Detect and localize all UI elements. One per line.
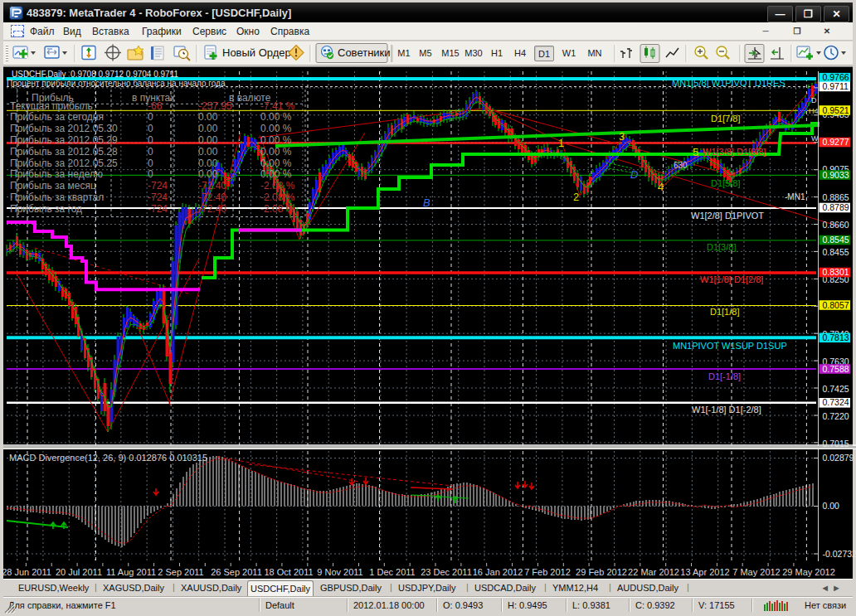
svg-text:13 Apr 2012: 13 Apr 2012 (680, 567, 729, 577)
svg-text:Прибыль за 2012.05.29: Прибыль за 2012.05.29 (10, 134, 118, 146)
svg-text:0.00 %: 0.00 % (260, 134, 292, 146)
svg-text:0: 0 (148, 123, 153, 134)
svg-text:D1[-1/8]: D1[-1/8] (708, 371, 741, 381)
svg-text:0.7588: 0.7588 (823, 364, 849, 374)
svg-text:-72.40: -72.40 (198, 192, 226, 203)
svg-text:0.7425: 0.7425 (823, 384, 849, 394)
svg-text:Процент прибыли относительно б: Процент прибыли относительно баланса на … (7, 79, 226, 88)
svg-text:29 Feb 2012: 29 Feb 2012 (576, 567, 627, 577)
svg-text:0.00 %: 0.00 % (260, 168, 292, 180)
svg-text:B: B (423, 196, 430, 209)
svg-text:D1[3/8]: D1[3/8] (707, 242, 736, 252)
svg-text:D1[5/8]: D1[5/8] (711, 178, 740, 188)
svg-text:Прибыль за месяц: Прибыль за месяц (10, 180, 96, 192)
svg-text:20 Jul 2011: 20 Jul 2011 (56, 567, 102, 577)
svg-text:0: 0 (148, 111, 153, 123)
svg-text:0: 0 (148, 158, 153, 169)
svg-text:-2.08 %: -2.08 % (260, 180, 295, 192)
svg-text:630: 630 (674, 161, 688, 170)
svg-text:0: 0 (148, 168, 153, 180)
svg-text:0.00 %: 0.00 % (260, 123, 292, 134)
svg-text:Прибыль за сегодня: Прибыль за сегодня (10, 111, 104, 123)
svg-text:1 Dec 2011: 1 Dec 2011 (369, 567, 415, 577)
svg-text:-257.95: -257.95 (198, 100, 232, 112)
svg-text:0.9277: 0.9277 (823, 137, 849, 147)
svg-text:-724: -724 (148, 180, 168, 192)
svg-text:0.8301: 0.8301 (823, 267, 849, 277)
svg-text:USDCHF,Daily 0.9708 0.9712 0.: USDCHF,Daily 0.9708 0.9712 0.9704 0.9711 (12, 70, 178, 79)
svg-text:0.00: 0.00 (823, 501, 840, 511)
svg-text:Прибыль за 2012.05.25: Прибыль за 2012.05.25 (10, 158, 118, 169)
svg-text:W1[2/8] D1PIVOT: W1[2/8] D1PIVOT (691, 211, 764, 221)
svg-text:28 Jun 2011: 28 Jun 2011 (2, 567, 51, 577)
svg-text:0.9521: 0.9521 (823, 105, 849, 115)
svg-text:-66: -66 (148, 100, 163, 112)
svg-text:D: D (630, 168, 638, 181)
svg-text:-2.08 %: -2.08 % (260, 203, 295, 215)
svg-text:MN1[5/8] W1PIVOT D1RES: MN1[5/8] W1PIVOT D1RES (672, 78, 785, 88)
svg-text:0.02879: 0.02879 (823, 453, 854, 463)
svg-text:-72.40: -72.40 (198, 203, 226, 215)
svg-text:23 Dec 2011: 23 Dec 2011 (421, 567, 472, 577)
svg-text:0.00: 0.00 (198, 123, 218, 134)
svg-text:0.00: 0.00 (198, 146, 218, 158)
svg-text:MN1PIVOT W1SUP D1SUP: MN1PIVOT W1SUP D1SUP (673, 341, 787, 351)
svg-text:4: 4 (658, 181, 664, 193)
svg-text:-72.40: -72.40 (198, 180, 226, 192)
svg-text:Прибыль за неделю: Прибыль за неделю (10, 168, 103, 180)
svg-text:7 Feb 2012: 7 Feb 2012 (524, 567, 571, 577)
svg-text:0.00: 0.00 (198, 111, 218, 123)
svg-text:0.00: 0.00 (198, 134, 218, 146)
svg-text:D: D (811, 96, 817, 104)
svg-text:D1[1/8]: D1[1/8] (710, 307, 739, 317)
svg-text:-724: -724 (148, 192, 168, 203)
svg-text:Прибыль за 2012.05.28: Прибыль за 2012.05.28 (10, 146, 118, 158)
svg-text:11 Aug 2011: 11 Aug 2011 (106, 567, 156, 577)
svg-text:18 Oct 2011: 18 Oct 2011 (264, 567, 313, 577)
svg-text:26 Sep 2011: 26 Sep 2011 (211, 567, 262, 577)
svg-text:W1[3/8] D1[6/8]: W1[3/8] D1[6/8] (703, 147, 766, 157)
svg-text:-0.02732: -0.02732 (823, 549, 856, 559)
svg-text:0: 0 (148, 134, 153, 146)
svg-text:0.8660: 0.8660 (823, 220, 849, 230)
svg-text:H4: H4 (809, 107, 819, 115)
svg-text:0.00 %: 0.00 % (260, 111, 292, 123)
svg-text:0.9033: 0.9033 (823, 170, 849, 180)
svg-text:0.7220: 0.7220 (823, 411, 849, 421)
svg-text:W1[-1/8] D1[-2/8]: W1[-1/8] D1[-2/8] (692, 405, 761, 415)
svg-text:7 May 2012: 7 May 2012 (732, 567, 780, 577)
svg-text:W1[1/8] D1[2/8]: W1[1/8] D1[2/8] (700, 274, 763, 284)
svg-text:-2.08 %: -2.08 % (260, 192, 295, 203)
svg-text:0.00 %: 0.00 % (260, 146, 292, 158)
svg-text:-724: -724 (148, 203, 168, 215)
svg-text:0.8057: 0.8057 (823, 300, 849, 310)
svg-text:22 Mar 2012: 22 Mar 2012 (628, 567, 679, 577)
svg-text:W: W (811, 134, 819, 143)
svg-text:0.00 %: 0.00 % (260, 158, 292, 169)
svg-text:-MN1: -MN1 (785, 192, 805, 201)
svg-text:Прибыль за год: Прибыль за год (10, 203, 82, 215)
svg-text:-7.41 %: -7.41 % (260, 100, 295, 112)
svg-text:0.9711: 0.9711 (823, 81, 849, 91)
svg-text:0.00: 0.00 (198, 168, 218, 180)
svg-text:0: 0 (148, 146, 153, 158)
svg-text:D1[7/8]: D1[7/8] (711, 114, 740, 124)
svg-text:0.8455: 0.8455 (823, 247, 849, 257)
svg-text:3: 3 (619, 130, 625, 143)
svg-text:Прибыль за 2012.05.30: Прибыль за 2012.05.30 (10, 123, 118, 134)
svg-text:0.8545: 0.8545 (823, 235, 849, 245)
svg-text:0.8865: 0.8865 (823, 192, 849, 202)
svg-text:1: 1 (558, 137, 564, 149)
svg-text:0.7324: 0.7324 (823, 397, 849, 407)
svg-text:16 Jan 2012: 16 Jan 2012 (473, 567, 523, 577)
svg-text:2 Sep 2011: 2 Sep 2011 (158, 567, 203, 577)
svg-text:29 May 2012: 29 May 2012 (782, 567, 835, 577)
svg-text:9 Nov 2011: 9 Nov 2011 (317, 567, 362, 577)
svg-text:0.7813: 0.7813 (823, 332, 849, 342)
svg-text:Прибыль за квартал: Прибыль за квартал (10, 192, 104, 203)
svg-text:2: 2 (573, 191, 579, 203)
svg-text:Текущая прибыль: Текущая прибыль (10, 100, 93, 112)
svg-text:0.8789: 0.8789 (823, 202, 849, 212)
svg-text:0.7015: 0.7015 (823, 439, 849, 449)
svg-text:0.00: 0.00 (198, 158, 218, 169)
